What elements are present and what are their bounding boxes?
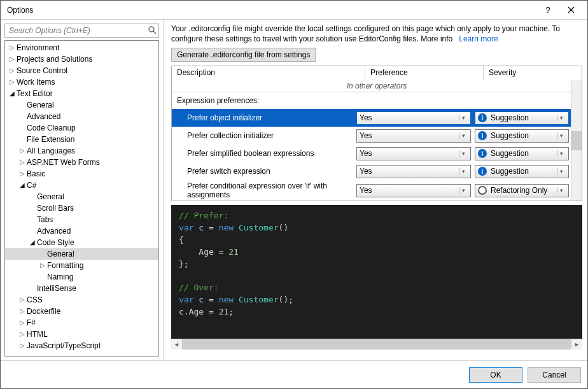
preference-combo[interactable]: Yes▾: [356, 111, 471, 125]
tree-item[interactable]: Tabs: [5, 214, 158, 225]
rows-container: In other operators Expression preference…: [172, 80, 582, 201]
chevron-down-icon: ▾: [459, 187, 468, 194]
chevron-right-icon[interactable]: ▷: [8, 53, 17, 65]
col-preference[interactable]: Preference: [365, 66, 484, 80]
chevron-right-icon[interactable]: ▷: [8, 76, 17, 88]
settings-row[interactable]: Prefer simplified boolean expressionsYes…: [172, 145, 582, 162]
tree-item[interactable]: Advanced: [5, 111, 158, 122]
window-title: Options: [7, 6, 536, 15]
tree-item[interactable]: ▷ASP.NET Web Forms: [5, 157, 158, 168]
scrollbar-thumb[interactable]: [571, 131, 582, 150]
chevron-right-icon[interactable]: ▷: [18, 317, 27, 329]
rows-viewport: In other operators Expression preference…: [172, 80, 582, 201]
tree-item-label: HTML: [27, 329, 48, 340]
options-tree[interactable]: ▷Environment▷Projects and Solutions▷Sour…: [4, 40, 159, 357]
settings-row[interactable]: Prefer conditional expression over 'if' …: [172, 180, 582, 201]
chevron-right-icon[interactable]: ▷: [18, 168, 27, 180]
preference-combo[interactable]: Yes▾: [356, 147, 471, 160]
dialog-body: ▷Environment▷Projects and Solutions▷Sour…: [1, 20, 587, 360]
tree-item[interactable]: ◢C#: [5, 180, 158, 191]
chevron-down-icon: ▾: [459, 115, 468, 121]
tree-item[interactable]: ▷All Languages: [5, 145, 158, 157]
preference-combo[interactable]: Yes▾: [356, 165, 471, 178]
tree-item[interactable]: ▷Basic: [5, 168, 158, 180]
chevron-down-icon[interactable]: ◢: [28, 237, 37, 248]
tree-item[interactable]: Naming: [5, 271, 158, 283]
chevron-down-icon[interactable]: ◢: [8, 88, 17, 99]
severity-combo[interactable]: iSuggestion▾: [475, 129, 569, 143]
titlebar: Options ?: [1, 1, 587, 20]
row-severity: iSuggestion▾: [475, 129, 582, 143]
hscroll-left[interactable]: ◄: [171, 339, 182, 350]
settings-row[interactable]: Prefer switch expressionYes▾iSuggestion▾: [172, 162, 582, 180]
tree-item-label: Advanced: [27, 111, 60, 122]
combo-value: Suggestion: [491, 131, 554, 140]
tree-item[interactable]: ▷Environment: [5, 42, 158, 53]
cancel-button[interactable]: Cancel: [528, 367, 581, 383]
chevron-right-icon[interactable]: ▷: [38, 260, 47, 271]
severity-combo[interactable]: iSuggestion▾: [475, 111, 569, 125]
help-button[interactable]: ?: [536, 1, 559, 20]
row-preference: Yes▾: [356, 165, 475, 178]
tree-item[interactable]: General: [5, 99, 158, 111]
col-description[interactable]: Description: [172, 66, 365, 80]
tree-item[interactable]: ▷CSS: [5, 294, 158, 306]
combo-value: Yes: [360, 131, 456, 140]
settings-row[interactable]: Prefer collection initializerYes▾iSugges…: [172, 127, 582, 145]
tree-item[interactable]: ▷Dockerfile: [5, 306, 158, 317]
horizontal-scrollbar[interactable]: ◄ ►: [171, 339, 582, 350]
preference-combo[interactable]: Yes▾: [356, 129, 471, 143]
tree-item[interactable]: File Extension: [5, 134, 158, 145]
chevron-right-icon[interactable]: ▷: [8, 42, 17, 53]
severity-combo[interactable]: iSuggestion▾: [475, 165, 569, 178]
tree-item-label: Formatting: [47, 260, 83, 271]
row-severity: iSuggestion▾: [475, 111, 582, 125]
tree-item[interactable]: ▷Formatting: [5, 260, 158, 271]
col-severity[interactable]: Severity: [484, 66, 582, 80]
chevron-right-icon[interactable]: ▷: [18, 306, 27, 317]
severity-combo[interactable]: iSuggestion▾: [475, 147, 569, 160]
tree-item-label: C#: [27, 180, 36, 191]
combo-value: Yes: [360, 186, 456, 195]
tree-item[interactable]: ▷F#: [5, 317, 158, 329]
chevron-down-icon: ▾: [459, 132, 468, 139]
chevron-right-icon[interactable]: ▷: [18, 294, 27, 306]
tree-item[interactable]: General: [5, 191, 158, 202]
tree-item[interactable]: ▷Projects and Solutions: [5, 53, 158, 65]
chevron-right-icon[interactable]: ▷: [18, 157, 27, 168]
chevron-right-icon[interactable]: ▷: [18, 340, 27, 351]
vertical-scrollbar[interactable]: [571, 80, 582, 201]
severity-combo[interactable]: Refactoring Only▾: [475, 184, 569, 197]
chevron-right-icon[interactable]: ▷: [8, 65, 17, 76]
hscroll-thumb[interactable]: [182, 339, 571, 350]
settings-row[interactable]: Prefer object initializerYes▾iSuggestion…: [172, 109, 582, 127]
hscroll-right[interactable]: ►: [571, 339, 582, 350]
tree-item-label: General: [37, 191, 64, 202]
tree-item[interactable]: ◢Code Style: [5, 237, 158, 248]
tree-item[interactable]: IntelliSense: [5, 283, 158, 294]
search-input[interactable]: [4, 24, 159, 38]
chevron-right-icon[interactable]: ▷: [18, 329, 27, 340]
column-headers: Description Preference Severity: [172, 66, 582, 80]
tree-item-label: File Extension: [27, 134, 74, 145]
chevron-down-icon: ▾: [557, 115, 566, 121]
row-preference: Yes▾: [356, 129, 475, 143]
tree-item[interactable]: General: [5, 248, 158, 260]
tree-item[interactable]: Code Cleanup: [5, 122, 158, 134]
chevron-right-icon[interactable]: ▷: [18, 145, 27, 157]
preference-combo[interactable]: Yes▾: [356, 184, 471, 197]
tree-item[interactable]: Scroll Bars: [5, 202, 158, 214]
tree-item[interactable]: ▷Source Control: [5, 65, 158, 76]
tree-item[interactable]: ▷Work Items: [5, 76, 158, 88]
chevron-down-icon[interactable]: ◢: [18, 180, 27, 191]
tree-item[interactable]: ▷HTML: [5, 329, 158, 340]
tree-item[interactable]: Advanced: [5, 225, 158, 237]
learn-more-link[interactable]: Learn more: [459, 34, 498, 43]
tree-item[interactable]: ◢Text Editor: [5, 88, 158, 99]
generate-editorconfig-button[interactable]: Generate .editorconfig file from setting…: [171, 48, 316, 62]
close-button[interactable]: [559, 1, 582, 20]
tree-item[interactable]: ▷JavaScript/TypeScript: [5, 340, 158, 351]
chevron-down-icon: ▾: [459, 150, 468, 157]
tree-item-label: IntelliSense: [37, 283, 76, 294]
ok-button[interactable]: OK: [469, 367, 522, 383]
